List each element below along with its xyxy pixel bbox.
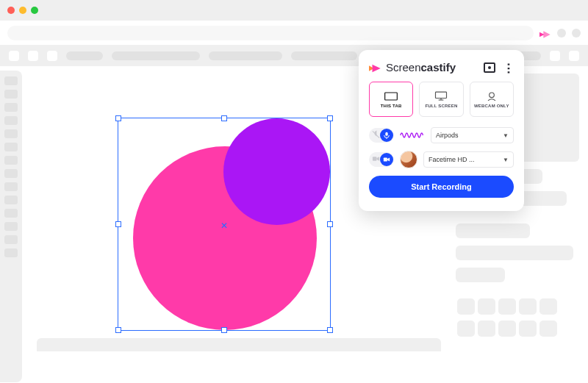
svg-rect-11: [373, 157, 377, 161]
resize-handle[interactable]: [115, 115, 121, 121]
left-tool-rail: [0, 71, 22, 382]
device-label: Airpods: [436, 132, 459, 139]
tab-icon: [384, 91, 398, 101]
toolbar-ghost: [209, 51, 282, 60]
timeline-ghost: [37, 338, 441, 351]
mic-muted-icon: [372, 130, 380, 139]
brand-logo: Screencastify: [369, 61, 456, 74]
start-recording-button[interactable]: Start Recording: [369, 176, 514, 198]
audio-waveform-icon: [400, 129, 425, 141]
camera-active-icon: [380, 153, 393, 166]
mode-this-tab[interactable]: THIS TAB: [369, 82, 413, 117]
tool-ghost: [4, 196, 18, 204]
video-row: Facetime HD ... ▼: [369, 151, 514, 168]
browser-toolbar: [0, 21, 588, 46]
resize-handle[interactable]: [327, 115, 333, 121]
selection-center-icon: ✕: [220, 221, 228, 231]
resize-handle[interactable]: [115, 221, 121, 227]
library-icon[interactable]: [484, 62, 495, 73]
svg-rect-10: [385, 132, 387, 136]
resize-handle[interactable]: [221, 115, 227, 121]
device-label: Facetime HD ...: [429, 156, 475, 163]
close-window-icon[interactable]: [7, 7, 15, 14]
brand-name: Screencastify: [386, 61, 456, 74]
mode-label: FULL SCREEN: [425, 104, 457, 108]
tool-ghost: [4, 182, 18, 191]
screencastify-popup: Screencastify ⋯ THIS TAB FULL SCREEN WEB…: [359, 50, 524, 211]
svg-point-8: [489, 93, 494, 98]
mode-label: WEBCAM ONLY: [474, 104, 509, 108]
minimize-window-icon[interactable]: [19, 7, 26, 14]
toolbar-button-ghost: [28, 51, 38, 61]
svg-rect-13: [384, 158, 387, 162]
svg-rect-5: [436, 92, 447, 98]
chevron-down-icon: ▼: [503, 157, 509, 163]
camera-toggle[interactable]: [369, 152, 394, 167]
capture-mode-row: THIS TAB FULL SCREEN WEBCAM ONLY: [369, 82, 514, 117]
tool-ghost: [4, 248, 18, 257]
resize-handle[interactable]: [115, 327, 121, 333]
resize-handle[interactable]: [327, 327, 333, 333]
video-device-select[interactable]: Facetime HD ... ▼: [423, 151, 514, 168]
tool-ghost: [4, 129, 18, 138]
tool-ghost: [4, 235, 18, 244]
toolbar-button-ghost: [9, 51, 19, 61]
toolbar-ghost: [66, 51, 103, 60]
webcam-icon: [484, 91, 499, 101]
tool-ghost: [4, 103, 18, 112]
address-bar[interactable]: [7, 26, 534, 40]
screencastify-extension-icon[interactable]: [539, 29, 551, 37]
camera-muted-icon: [372, 154, 380, 163]
chevron-down-icon: ▼: [503, 132, 509, 139]
tool-ghost: [4, 143, 18, 151]
tool-ghost: [4, 116, 18, 125]
tool-ghost: [4, 222, 18, 231]
toolbar-button-ghost: [47, 51, 57, 61]
monitor-icon: [434, 91, 448, 101]
window-title-bar: [0, 0, 588, 21]
toolbar-ghost: [112, 51, 200, 60]
svg-marker-12: [376, 157, 379, 161]
tool-ghost: [4, 209, 18, 218]
extension-placeholder-icon: [572, 29, 581, 37]
extension-placeholder-icon: [557, 29, 566, 37]
mode-full-screen[interactable]: FULL SCREEN: [419, 82, 463, 117]
svg-marker-14: [387, 158, 390, 162]
svg-rect-4: [385, 93, 398, 100]
tool-ghost: [4, 156, 18, 165]
tool-ghost: [4, 76, 18, 85]
microphone-toggle[interactable]: [369, 128, 394, 143]
more-menu-icon[interactable]: ⋯: [502, 62, 516, 72]
svg-marker-3: [373, 64, 381, 72]
play-logo-icon: [369, 62, 382, 73]
tool-ghost: [4, 90, 18, 99]
resize-handle[interactable]: [327, 221, 333, 227]
webcam-preview-avatar: [400, 151, 417, 168]
mode-webcam-only[interactable]: WEBCAM ONLY: [470, 82, 514, 117]
svg-marker-1: [543, 31, 550, 37]
resize-handle[interactable]: [221, 327, 227, 333]
tool-ghost: [4, 169, 18, 178]
zoom-window-icon[interactable]: [31, 7, 38, 14]
audio-row: Airpods ▼: [369, 127, 514, 143]
audio-device-select[interactable]: Airpods ▼: [431, 127, 514, 143]
toolbar-button-ghost: [550, 51, 560, 61]
toolbar-button-ghost: [569, 51, 579, 61]
toolbar-ghost: [291, 51, 357, 60]
shape-circle-purple[interactable]: [223, 118, 330, 225]
mic-active-icon: [380, 129, 393, 142]
selection-box[interactable]: ✕: [118, 118, 331, 331]
mode-label: THIS TAB: [381, 104, 402, 108]
